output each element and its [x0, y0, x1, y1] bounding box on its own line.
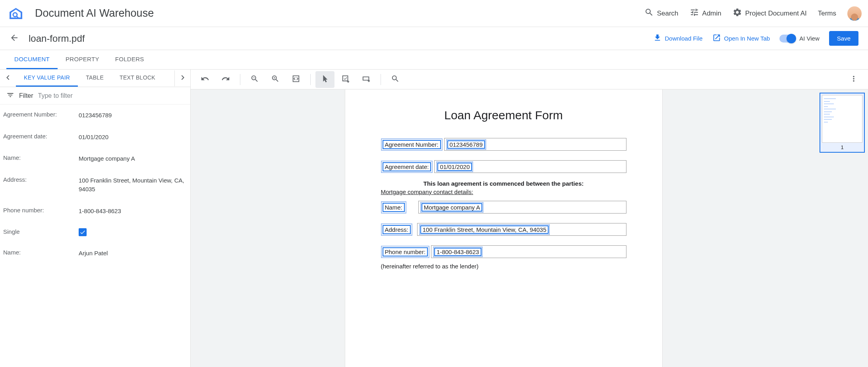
zoom-out-button[interactable]	[245, 71, 264, 88]
sub-tab-table[interactable]: TABLE	[78, 70, 112, 87]
add-checkbox-button[interactable]	[336, 71, 355, 88]
form-row: Agreement Number: 0123456789	[381, 138, 626, 151]
field-cell: 0123456789	[444, 138, 626, 151]
kv-list: Agreement Number: 0123456789 Agreement d…	[0, 105, 190, 367]
download-label: Download File	[665, 35, 703, 42]
document-page: Loan Agreement Form Agreement Number: 01…	[345, 89, 663, 367]
field-key-highlight[interactable]: Phone number:	[381, 246, 430, 258]
kv-key: Phone number:	[3, 207, 79, 216]
rectangle-add-icon	[362, 74, 371, 84]
more-vert-icon	[849, 74, 858, 84]
zoom-out-icon	[250, 74, 259, 84]
add-rectangle-button[interactable]	[357, 71, 376, 88]
field-key-highlight[interactable]: Address:	[381, 223, 412, 236]
code-view-button[interactable]	[286, 71, 305, 88]
nav-admin[interactable]: Admin	[690, 8, 721, 19]
cursor-icon	[321, 74, 329, 84]
kv-row[interactable]: Agreement Number: 0123456789	[0, 105, 190, 126]
kv-key: Address:	[3, 176, 79, 194]
field-key: Name:	[383, 203, 405, 212]
form-row: Agreement date: 01/01/2020	[381, 160, 626, 173]
open-new-tab-label: Open In New Tab	[724, 35, 770, 42]
arrow-back-icon	[10, 33, 19, 44]
zoom-in-button[interactable]	[266, 71, 285, 88]
field-key-highlight[interactable]: Name:	[381, 201, 406, 214]
code-icon	[292, 74, 300, 84]
chevron-right-icon	[178, 73, 188, 83]
download-button[interactable]: Download File	[653, 33, 703, 43]
document-section-heading: Mortgage company contact details:	[381, 188, 626, 195]
sub-tabs-row: KEY VALUE PAIR TABLE TEXT BLOCK	[0, 70, 190, 87]
nav-terms[interactable]: Terms	[818, 10, 836, 17]
sub-tabs-next-button[interactable]	[174, 70, 190, 86]
gear-icon	[733, 8, 742, 19]
filter-input[interactable]	[38, 92, 184, 99]
search-in-doc-button[interactable]	[386, 71, 405, 88]
document-title: Loan Agreement Form	[345, 109, 662, 122]
tune-icon	[690, 8, 699, 19]
app-logo-icon	[6, 4, 25, 23]
field-key: Phone number:	[383, 247, 428, 256]
kv-value-checkbox	[79, 228, 187, 236]
field-key-highlight[interactable]: Agreement date:	[381, 161, 433, 173]
field-value-highlight[interactable]: 100 Franklin Street, Mountain View, CA, …	[419, 224, 550, 235]
document-viewer: Loan Agreement Form Agreement Number: 01…	[191, 70, 868, 367]
tab-document[interactable]: DOCUMENT	[6, 50, 58, 69]
field-value: 01/01/2020	[437, 163, 472, 171]
chevron-left-icon	[3, 73, 13, 83]
form-row: Address: 100 Franklin Street, Mountain V…	[381, 223, 626, 236]
open-in-new-icon	[712, 33, 721, 43]
kv-key: Name:	[3, 249, 79, 258]
save-button[interactable]: Save	[829, 31, 858, 46]
viewer-toolbar	[191, 70, 868, 89]
document-body-text: This loan agreement is commenced between…	[381, 180, 626, 187]
sub-tabs-prev-button[interactable]	[0, 70, 16, 86]
thumbnail-preview-icon: ▬▬▬▬▬▬▬▬▬▬▬▬▬▬▬▬▬▬▬▬▬▬▬▬▬▬▬▬▬▬▬▬▬▬▬▬▬▬▬▬	[822, 95, 862, 143]
field-key-highlight[interactable]: Agreement Number:	[381, 138, 443, 151]
field-key: Agreement date:	[383, 162, 431, 171]
tab-folders[interactable]: FOLDERS	[107, 50, 152, 69]
field-value-highlight[interactable]: Mortgage company A	[420, 202, 484, 213]
kv-value: 100 Franklin Street, Mountain View, CA, …	[79, 176, 187, 194]
field-value-highlight[interactable]: 01/01/2020	[436, 161, 473, 172]
kv-value: Mortgage company A	[79, 154, 187, 163]
undo-button[interactable]	[195, 71, 215, 88]
redo-button[interactable]	[216, 71, 235, 88]
more-options-button[interactable]	[844, 71, 863, 88]
kv-row[interactable]: Agreement date: 01/01/2020	[0, 126, 190, 148]
search-icon	[391, 74, 400, 84]
nav-search-label: Search	[657, 10, 679, 17]
undo-icon	[201, 74, 209, 84]
filter-row: Filter	[0, 87, 190, 105]
field-value-highlight[interactable]: 1-800-843-8623	[433, 247, 483, 257]
nav-project[interactable]: Project Document AI	[733, 8, 807, 19]
filter-icon	[6, 91, 14, 100]
open-new-tab-button[interactable]: Open In New Tab	[712, 33, 770, 43]
field-cell: 100 Franklin Street, Mountain View, CA, …	[417, 223, 626, 236]
file-name: loan-form.pdf	[29, 33, 85, 44]
page-thumbnail[interactable]: ▬▬▬▬▬▬▬▬▬▬▬▬▬▬▬▬▬▬▬▬▬▬▬▬▬▬▬▬▬▬▬▬▬▬▬▬▬▬▬▬…	[820, 93, 865, 153]
field-value: 0123456789	[447, 140, 485, 149]
kv-value: 1-800-843-8623	[79, 207, 187, 216]
checkbox-add-icon	[341, 74, 350, 84]
select-tool-button[interactable]	[315, 71, 334, 88]
field-value-highlight[interactable]: 0123456789	[446, 139, 486, 150]
sub-tab-kvp[interactable]: KEY VALUE PAIR	[16, 70, 78, 87]
kv-value: 0123456789	[79, 111, 187, 120]
back-button[interactable]	[10, 34, 19, 43]
nav-search[interactable]: Search	[644, 8, 679, 19]
kv-row[interactable]: Name: Arjun Patel	[0, 243, 190, 264]
kv-row[interactable]: Name: Mortgage company A	[0, 148, 190, 170]
kv-row[interactable]: Phone number: 1-800-843-8623	[0, 200, 190, 222]
tab-property[interactable]: PROPERTY	[58, 50, 107, 69]
user-avatar[interactable]	[847, 6, 862, 21]
sub-tab-textblock[interactable]: TEXT BLOCK	[112, 70, 163, 87]
kv-row[interactable]: Address: 100 Franklin Street, Mountain V…	[0, 170, 190, 200]
field-cell: 01/01/2020	[434, 160, 626, 173]
ai-view-toggle[interactable]	[779, 35, 795, 43]
form-row: Phone number: 1-800-843-8623	[381, 245, 626, 258]
sub-tabs: KEY VALUE PAIR TABLE TEXT BLOCK	[16, 70, 174, 87]
kv-row[interactable]: Single	[0, 222, 190, 243]
document-scroll[interactable]: Loan Agreement Form Agreement Number: 01…	[191, 89, 816, 367]
nav-admin-label: Admin	[702, 10, 721, 17]
